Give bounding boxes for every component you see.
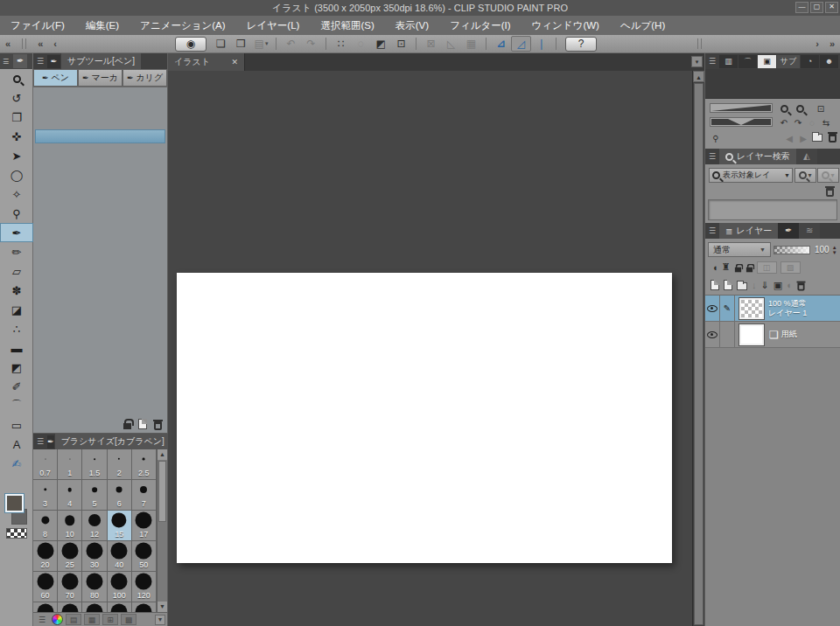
brush-size-5[interactable]: 5 — [82, 480, 107, 511]
mask-area-button[interactable]: ◺ — [441, 36, 461, 52]
document-tab[interactable]: イラスト ✕ — [168, 53, 245, 71]
layer-filter-dropdown[interactable]: 表示対象レイ ▼ — [709, 168, 793, 183]
rotate-left-icon[interactable]: ↶ — [777, 116, 791, 129]
reset-rotation-icon[interactable]: ◌ — [805, 116, 819, 129]
pen-tool[interactable]: ✒ — [0, 223, 33, 242]
help-button[interactable]: ? — [565, 37, 597, 52]
new-raster-layer-icon[interactable] — [710, 280, 719, 290]
merge-down-icon[interactable]: ⇓ — [761, 280, 769, 291]
brush-size-scrollbar[interactable]: ▲ ▼ — [157, 449, 167, 612]
snap-ruler-button[interactable]: ⊿ — [491, 36, 511, 52]
item-bank-tab-icon[interactable]: ◔ — [801, 55, 819, 68]
transfer-down-icon[interactable]: ↓ — [752, 280, 757, 290]
fill-tool[interactable]: ◪ — [0, 300, 33, 319]
dock-grip[interactable] — [22, 38, 26, 49]
navigator-tab-icon[interactable]: ▣ — [758, 55, 776, 68]
canvas-viewport[interactable] — [168, 71, 692, 626]
lock-layer-icon[interactable] — [734, 267, 740, 272]
layer-row[interactable]: ✎100 %通常レイヤー 1 — [705, 296, 840, 322]
save-button[interactable]: ▤▾ — [251, 36, 271, 52]
eraser-tool[interactable]: ▱ — [0, 261, 33, 281]
color-slider-icon[interactable]: ▤ — [66, 614, 81, 625]
new-file-button[interactable]: ❏ — [211, 36, 231, 52]
layer-search-title[interactable]: レイヤー検索 — [719, 149, 796, 164]
brush-size-2[interactable]: 2 — [108, 449, 132, 480]
tool-tab-icon[interactable]: ✒ — [13, 54, 27, 68]
brush-size-80[interactable]: 80 — [82, 572, 107, 602]
zoom-slider[interactable] — [710, 103, 773, 113]
approximate-color-icon[interactable]: ▩ — [121, 614, 136, 625]
panel-menu-icon[interactable]: ☰ — [705, 57, 719, 66]
rotate-right-icon[interactable]: ↷ — [791, 116, 805, 129]
lock-icon[interactable] — [123, 423, 131, 429]
marker-group-tab[interactable]: ✒マーカ — [78, 69, 122, 87]
pen-tab-icon[interactable]: ✒ — [47, 55, 60, 68]
menu-edit[interactable]: 編集(E) — [75, 16, 130, 35]
maximize-button[interactable]: ▢ — [810, 2, 823, 13]
scrollbar-thumb[interactable] — [158, 461, 166, 522]
tool-property-tab-icon[interactable]: ▥ — [719, 55, 738, 68]
brush-size-3[interactable]: 3 — [33, 480, 58, 511]
brush-size-50[interactable]: 50 — [132, 541, 157, 572]
layer-row[interactable]: ❏用紙 — [705, 322, 840, 348]
undo-button[interactable]: ↶ — [281, 36, 301, 52]
brush-size-17[interactable]: 17 — [132, 511, 157, 541]
panel-menu-icon[interactable]: ☰ — [0, 58, 11, 66]
layer-thumbnail[interactable] — [739, 324, 764, 345]
pen-group-tab[interactable]: ✒ペン — [33, 69, 78, 87]
layer-move-tool[interactable]: ✜ — [0, 127, 33, 146]
scroll-up-icon[interactable]: ▲ — [693, 71, 704, 82]
brush-size-6[interactable]: 6 — [108, 480, 132, 511]
menu-selection[interactable]: 選択範囲(S) — [310, 16, 384, 35]
snap-special-ruler-button[interactable]: ◿ — [511, 36, 531, 52]
scale-rotate-button[interactable]: ⊡ — [391, 36, 411, 52]
chevron-down-icon[interactable]: ▾ — [155, 615, 165, 625]
menu-animation[interactable]: アニメーション(A) — [130, 16, 235, 35]
layer-editing-cell[interactable]: ✎ — [720, 296, 735, 322]
menu-layer[interactable]: レイヤー(L) — [236, 16, 311, 35]
pencil-tool[interactable]: ✏ — [0, 242, 33, 261]
fill-button[interactable]: ◩ — [371, 36, 391, 52]
tab-list-dropdown-icon[interactable]: ▾ — [691, 56, 703, 67]
object-tool[interactable]: ➤ — [0, 146, 33, 165]
delete-layer-icon[interactable] — [797, 282, 804, 290]
blend-tool[interactable]: ▬ — [0, 338, 33, 358]
auto-select-tool[interactable]: ✧ — [0, 184, 33, 204]
brush-size-4[interactable]: 4 — [58, 480, 82, 511]
secondary-tab-icon[interactable]: ◭ — [796, 149, 817, 164]
ruler-tool[interactable]: ⌒ — [0, 396, 33, 415]
stroke-tab-icon[interactable]: ≋ — [799, 223, 820, 239]
layer-search-results[interactable] — [708, 199, 837, 220]
brush-size-20[interactable]: 20 — [33, 541, 58, 572]
zoom-out-icon[interactable] — [777, 102, 791, 115]
move-canvas-tool[interactable]: ↺ — [0, 88, 33, 108]
collapse-left-icon[interactable]: « — [0, 38, 16, 49]
snap-grid-button[interactable]: ❘ — [531, 36, 551, 52]
figure-tool[interactable]: ▭ — [0, 415, 33, 435]
brush-size-120[interactable]: 120 — [132, 572, 157, 602]
brush-size-row[interactable] — [58, 602, 82, 612]
blend-mode-dropdown[interactable]: 通常 ▼ — [708, 242, 771, 257]
canvas-vertical-scrollbar[interactable]: ▲ — [692, 71, 704, 626]
close-button[interactable]: ✕ — [825, 2, 838, 13]
eye-icon[interactable] — [707, 331, 718, 338]
selection-tool[interactable]: ◯ — [0, 165, 33, 184]
crop-button[interactable]: ⊠ — [421, 36, 441, 52]
frame-area-button[interactable]: ▦ — [461, 36, 481, 52]
clip-to-layer-icon[interactable]: ◖ — [712, 262, 718, 273]
zoom-tool[interactable] — [0, 69, 33, 88]
combine-mode-button[interactable]: ◫ — [757, 261, 777, 274]
brush-size-12[interactable]: 12 — [82, 511, 107, 541]
layer-panel-title[interactable]: ≣ レイヤー — [719, 223, 778, 239]
new-subtool-icon[interactable] — [138, 419, 147, 429]
previous-page-icon[interactable]: ◀ — [782, 132, 796, 144]
expand-right-icon[interactable]: › — [810, 38, 824, 49]
apply-mask-icon[interactable]: ◐ — [787, 280, 793, 290]
brush-size-40[interactable]: 40 — [108, 541, 132, 572]
trash-icon[interactable] — [825, 130, 839, 143]
layer-visibility-cell[interactable] — [705, 296, 720, 322]
reference-layer-icon[interactable]: ♜ — [722, 261, 731, 273]
opacity-slider[interactable] — [774, 246, 810, 254]
new-vector-layer-icon[interactable] — [724, 280, 732, 290]
subtool-panel-title[interactable]: サブツール[ペン] — [61, 53, 141, 69]
